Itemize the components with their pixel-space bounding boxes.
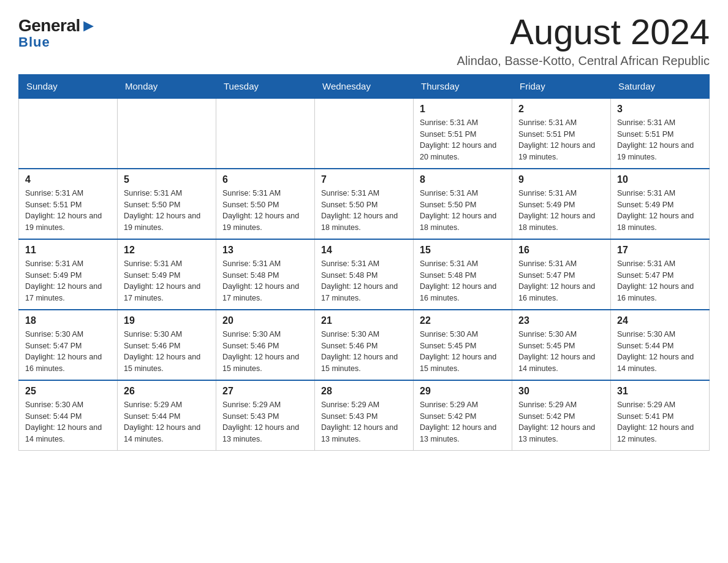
table-row: 21Sunrise: 5:30 AMSunset: 5:46 PMDayligh…: [315, 310, 414, 380]
table-row: 29Sunrise: 5:29 AMSunset: 5:42 PMDayligh…: [414, 380, 512, 451]
day-info: Sunrise: 5:31 AMSunset: 5:50 PMDaylight:…: [420, 188, 506, 234]
day-info: Sunrise: 5:31 AMSunset: 5:48 PMDaylight:…: [420, 258, 506, 304]
calendar-table: Sunday Monday Tuesday Wednesday Thursday…: [18, 74, 710, 451]
day-number: 31: [617, 386, 703, 397]
day-number: 15: [420, 245, 506, 256]
table-row: 14Sunrise: 5:31 AMSunset: 5:48 PMDayligh…: [315, 239, 414, 310]
table-row: 11Sunrise: 5:31 AMSunset: 5:49 PMDayligh…: [19, 239, 118, 310]
table-row: 31Sunrise: 5:29 AMSunset: 5:41 PMDayligh…: [611, 380, 710, 451]
title-area: August 2024 Alindao, Basse-Kotto, Centra…: [457, 12, 710, 68]
day-number: 1: [420, 104, 506, 115]
table-row: 12Sunrise: 5:31 AMSunset: 5:49 PMDayligh…: [118, 239, 216, 310]
table-row: [118, 98, 216, 169]
table-row: [216, 98, 315, 169]
day-number: 2: [518, 104, 604, 115]
header-monday: Monday: [118, 74, 216, 98]
day-number: 10: [617, 174, 703, 185]
logo-arrow-icon: ►: [80, 16, 97, 35]
table-row: 23Sunrise: 5:30 AMSunset: 5:45 PMDayligh…: [512, 310, 611, 380]
table-row: 7Sunrise: 5:31 AMSunset: 5:50 PMDaylight…: [315, 169, 414, 239]
day-info: Sunrise: 5:31 AMSunset: 5:48 PMDaylight:…: [222, 258, 308, 304]
table-row: 4Sunrise: 5:31 AMSunset: 5:51 PMDaylight…: [19, 169, 118, 239]
day-info: Sunrise: 5:31 AMSunset: 5:50 PMDaylight:…: [222, 188, 308, 234]
table-row: 15Sunrise: 5:31 AMSunset: 5:48 PMDayligh…: [414, 239, 512, 310]
table-row: 27Sunrise: 5:29 AMSunset: 5:43 PMDayligh…: [216, 380, 315, 451]
day-info: Sunrise: 5:30 AMSunset: 5:45 PMDaylight:…: [420, 329, 506, 375]
day-number: 12: [124, 245, 210, 256]
month-year-title: August 2024: [457, 12, 710, 52]
day-info: Sunrise: 5:30 AMSunset: 5:46 PMDaylight:…: [124, 329, 210, 375]
day-number: 9: [518, 174, 604, 185]
table-row: 8Sunrise: 5:31 AMSunset: 5:50 PMDaylight…: [414, 169, 512, 239]
day-info: Sunrise: 5:31 AMSunset: 5:49 PMDaylight:…: [518, 188, 604, 234]
day-info: Sunrise: 5:31 AMSunset: 5:47 PMDaylight:…: [617, 258, 703, 304]
day-number: 29: [420, 386, 506, 397]
calendar-header-row: Sunday Monday Tuesday Wednesday Thursday…: [19, 74, 710, 98]
table-row: 6Sunrise: 5:31 AMSunset: 5:50 PMDaylight…: [216, 169, 315, 239]
logo-blue-text: Blue: [18, 36, 50, 49]
calendar-week-row: 25Sunrise: 5:30 AMSunset: 5:44 PMDayligh…: [19, 380, 710, 451]
table-row: 20Sunrise: 5:30 AMSunset: 5:46 PMDayligh…: [216, 310, 315, 380]
table-row: 30Sunrise: 5:29 AMSunset: 5:42 PMDayligh…: [512, 380, 611, 451]
day-number: 28: [321, 386, 407, 397]
day-info: Sunrise: 5:30 AMSunset: 5:44 PMDaylight:…: [25, 399, 111, 445]
table-row: 13Sunrise: 5:31 AMSunset: 5:48 PMDayligh…: [216, 239, 315, 310]
day-number: 20: [222, 315, 308, 326]
location-subtitle: Alindao, Basse-Kotto, Central African Re…: [457, 54, 710, 68]
day-number: 23: [518, 315, 604, 326]
day-info: Sunrise: 5:30 AMSunset: 5:46 PMDaylight:…: [222, 329, 308, 375]
day-number: 26: [124, 386, 210, 397]
day-number: 30: [518, 386, 604, 397]
day-info: Sunrise: 5:31 AMSunset: 5:51 PMDaylight:…: [518, 117, 604, 163]
table-row: 1Sunrise: 5:31 AMSunset: 5:51 PMDaylight…: [414, 98, 512, 169]
day-number: 21: [321, 315, 407, 326]
calendar-week-row: 4Sunrise: 5:31 AMSunset: 5:51 PMDaylight…: [19, 169, 710, 239]
table-row: 22Sunrise: 5:30 AMSunset: 5:45 PMDayligh…: [414, 310, 512, 380]
table-row: 10Sunrise: 5:31 AMSunset: 5:49 PMDayligh…: [611, 169, 710, 239]
table-row: 16Sunrise: 5:31 AMSunset: 5:47 PMDayligh…: [512, 239, 611, 310]
day-info: Sunrise: 5:29 AMSunset: 5:44 PMDaylight:…: [124, 399, 210, 445]
table-row: 9Sunrise: 5:31 AMSunset: 5:49 PMDaylight…: [512, 169, 611, 239]
table-row: [315, 98, 414, 169]
day-info: Sunrise: 5:31 AMSunset: 5:48 PMDaylight:…: [321, 258, 407, 304]
day-number: 17: [617, 245, 703, 256]
header-saturday: Saturday: [611, 74, 710, 98]
day-info: Sunrise: 5:29 AMSunset: 5:42 PMDaylight:…: [420, 399, 506, 445]
day-info: Sunrise: 5:31 AMSunset: 5:51 PMDaylight:…: [25, 188, 111, 234]
header-friday: Friday: [512, 74, 611, 98]
day-info: Sunrise: 5:31 AMSunset: 5:51 PMDaylight:…: [420, 117, 506, 163]
table-row: 18Sunrise: 5:30 AMSunset: 5:47 PMDayligh…: [19, 310, 118, 380]
logo-general-text: General►: [18, 17, 97, 34]
day-info: Sunrise: 5:30 AMSunset: 5:44 PMDaylight:…: [617, 329, 703, 375]
day-info: Sunrise: 5:29 AMSunset: 5:43 PMDaylight:…: [222, 399, 308, 445]
day-info: Sunrise: 5:30 AMSunset: 5:45 PMDaylight:…: [518, 329, 604, 375]
day-number: 19: [124, 315, 210, 326]
logo: General► Blue: [18, 12, 97, 49]
day-info: Sunrise: 5:30 AMSunset: 5:46 PMDaylight:…: [321, 329, 407, 375]
day-info: Sunrise: 5:29 AMSunset: 5:42 PMDaylight:…: [518, 399, 604, 445]
day-info: Sunrise: 5:31 AMSunset: 5:49 PMDaylight:…: [617, 188, 703, 234]
day-info: Sunrise: 5:31 AMSunset: 5:49 PMDaylight:…: [25, 258, 111, 304]
calendar-week-row: 1Sunrise: 5:31 AMSunset: 5:51 PMDaylight…: [19, 98, 710, 169]
day-info: Sunrise: 5:29 AMSunset: 5:41 PMDaylight:…: [617, 399, 703, 445]
day-info: Sunrise: 5:31 AMSunset: 5:47 PMDaylight:…: [518, 258, 604, 304]
table-row: [19, 98, 118, 169]
day-number: 11: [25, 245, 111, 256]
day-number: 7: [321, 174, 407, 185]
table-row: 25Sunrise: 5:30 AMSunset: 5:44 PMDayligh…: [19, 380, 118, 451]
day-info: Sunrise: 5:29 AMSunset: 5:43 PMDaylight:…: [321, 399, 407, 445]
header-sunday: Sunday: [19, 74, 118, 98]
day-number: 22: [420, 315, 506, 326]
day-number: 3: [617, 104, 703, 115]
header-thursday: Thursday: [414, 74, 512, 98]
day-number: 25: [25, 386, 111, 397]
calendar-week-row: 11Sunrise: 5:31 AMSunset: 5:49 PMDayligh…: [19, 239, 710, 310]
day-info: Sunrise: 5:31 AMSunset: 5:50 PMDaylight:…: [124, 188, 210, 234]
table-row: 19Sunrise: 5:30 AMSunset: 5:46 PMDayligh…: [118, 310, 216, 380]
table-row: 26Sunrise: 5:29 AMSunset: 5:44 PMDayligh…: [118, 380, 216, 451]
table-row: 5Sunrise: 5:31 AMSunset: 5:50 PMDaylight…: [118, 169, 216, 239]
day-number: 8: [420, 174, 506, 185]
table-row: 3Sunrise: 5:31 AMSunset: 5:51 PMDaylight…: [611, 98, 710, 169]
day-number: 14: [321, 245, 407, 256]
header-tuesday: Tuesday: [216, 74, 315, 98]
